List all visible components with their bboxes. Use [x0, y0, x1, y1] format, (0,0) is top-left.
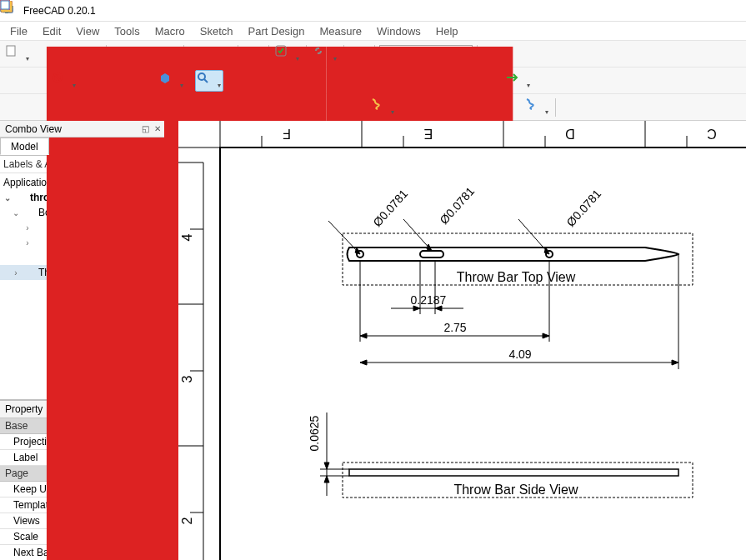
side-view-label: Throw Bar Side View — [453, 482, 578, 497]
diameter-dimensions — [328, 219, 549, 254]
dim-dia2: Ø0.0781 — [437, 184, 477, 227]
dim-long-label: 4.09 — [508, 348, 531, 361]
svg-line-61 — [328, 221, 360, 254]
svg-rect-2 — [7, 46, 15, 56]
dim-thick-label: 0.0625 — [308, 415, 321, 451]
draw-style-button[interactable] — [50, 70, 78, 92]
undock-icon[interactable]: ◱ — [142, 124, 149, 133]
svg-point-23 — [198, 73, 205, 80]
svg-rect-40 — [1, 1, 9, 9]
new-file-button[interactable] — [3, 43, 32, 65]
isometric-button[interactable] — [195, 70, 223, 92]
ruler-row-2: 2 — [180, 517, 194, 524]
svg-line-63 — [518, 219, 549, 254]
svg-rect-42 — [220, 148, 746, 560]
helix-button[interactable] — [368, 97, 397, 118]
side-view-geometry — [349, 469, 678, 476]
ruler-col-c: C — [707, 127, 717, 141]
close-panel-icon[interactable]: ✕ — [154, 124, 161, 133]
ruler-col-d: D — [565, 127, 575, 141]
svg-rect-60 — [420, 251, 443, 258]
dim-mid-label: 2.75 — [443, 321, 466, 334]
link-actions-button[interactable] — [504, 70, 533, 92]
top-view-geometry — [348, 248, 679, 261]
link-button[interactable] — [311, 43, 339, 65]
subtractive-helix-button[interactable] — [523, 97, 551, 118]
dim-thickness — [320, 412, 349, 496]
drawing-canvas[interactable]: F E D C 4 3 2 Ø0.0 — [178, 121, 746, 560]
dim-dia3: Ø0.0781 — [563, 187, 603, 229]
ruler-row-4: 4 — [180, 233, 194, 241]
dim-dia1: Ø0.0781 — [370, 187, 410, 229]
macro-check-button[interactable] — [273, 43, 302, 65]
title-bar: FreeCAD 0.20.1 — [0, 0, 746, 22]
ruler-col-f: F — [283, 127, 291, 141]
ruler-row-3: 3 — [180, 375, 194, 382]
tab-model[interactable]: Model — [0, 138, 49, 155]
techdraw-page: F E D C 4 3 2 Ø0.0 — [178, 121, 746, 560]
dim-small-label: 0.2187 — [411, 293, 447, 307]
top-view-label: Throw Bar Top View — [457, 270, 576, 284]
link-nav-button[interactable] — [158, 70, 186, 92]
combo-view-title: Combo View ◱ ✕ — [0, 121, 164, 138]
ruler-col-e: E — [424, 127, 433, 141]
